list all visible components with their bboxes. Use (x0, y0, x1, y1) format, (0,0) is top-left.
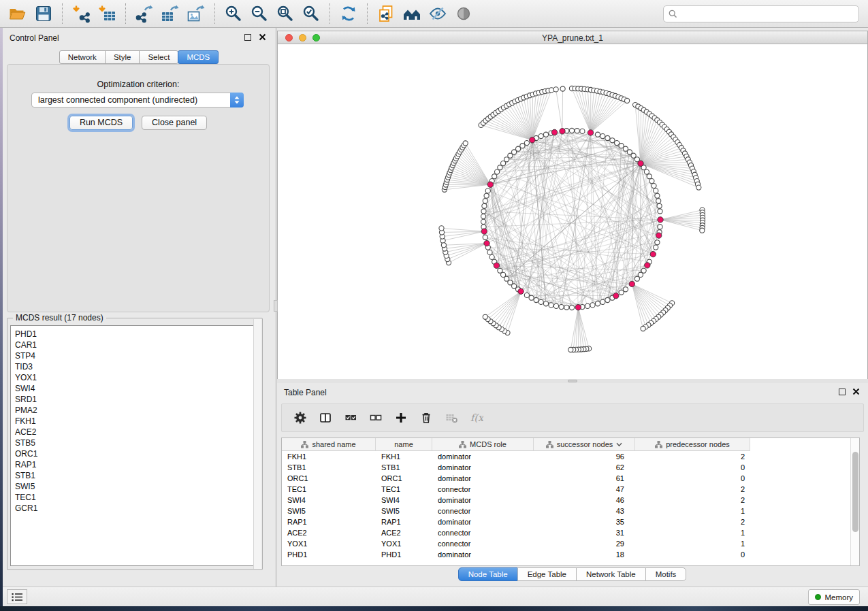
table-cell[interactable]: 2 (635, 516, 750, 527)
close-panel-icon[interactable] (259, 33, 266, 41)
close-table-panel-icon[interactable] (852, 388, 860, 395)
network-node[interactable] (595, 301, 600, 306)
mcds-result-item[interactable]: PHD1 (11, 326, 258, 340)
network-node[interactable] (520, 144, 525, 148)
table-row[interactable]: FKH1FKH1dominator962 (282, 451, 859, 462)
mcds-result-item[interactable]: TEC1 (11, 492, 258, 503)
zoom-fit-button[interactable] (274, 3, 296, 24)
table-cell[interactable]: TEC1 (282, 484, 376, 495)
mcds-hub-node[interactable] (481, 229, 487, 234)
network-node[interactable] (644, 169, 649, 174)
mcds-hub-node[interactable] (530, 137, 535, 143)
network-node[interactable] (482, 203, 487, 208)
open-session-button[interactable] (7, 3, 29, 24)
network-node[interactable] (481, 219, 486, 224)
network-node[interactable] (647, 174, 652, 179)
table-cell[interactable]: 0 (635, 462, 750, 473)
network-canvas[interactable] (278, 44, 867, 379)
hide-selected-button[interactable] (427, 3, 449, 24)
table-cell[interactable]: FKH1 (282, 451, 376, 462)
network-node[interactable] (623, 287, 628, 292)
network-node[interactable] (654, 245, 658, 250)
table-cell[interactable]: PHD1 (282, 549, 376, 560)
table-cell[interactable]: 46 (534, 495, 635, 506)
table-cell[interactable]: dominator (432, 516, 534, 527)
mcds-result-item[interactable]: SWI4 (11, 383, 258, 394)
network-node[interactable] (498, 165, 502, 170)
mcds-result-item[interactable]: GCR1 (11, 503, 258, 514)
table-cell[interactable]: 62 (534, 462, 635, 473)
network-node[interactable] (655, 193, 660, 198)
network-node[interactable] (658, 209, 662, 214)
table-cell[interactable]: ORC1 (376, 473, 432, 484)
mcds-hub-node[interactable] (645, 263, 650, 268)
table-cell[interactable]: STB1 (376, 462, 432, 473)
mcds-hub-node[interactable] (656, 233, 662, 238)
network-node[interactable] (649, 179, 654, 184)
split-panel-columns-button[interactable] (318, 410, 333, 425)
column-header-shared-name[interactable]: shared name (282, 438, 376, 451)
network-node[interactable] (569, 305, 574, 310)
network-node[interactable] (595, 132, 600, 137)
network-node[interactable] (619, 144, 624, 148)
table-cell[interactable]: 0 (635, 549, 750, 560)
table-cell[interactable]: ORC1 (282, 473, 376, 484)
mcds-hub-node[interactable] (484, 240, 489, 246)
table-cell[interactable]: SWI4 (376, 495, 432, 506)
network-node[interactable] (569, 128, 574, 133)
tab-motifs[interactable]: Motifs (645, 567, 687, 581)
tab-node-table[interactable]: Node Table (458, 567, 518, 581)
network-node[interactable] (623, 146, 628, 151)
table-cell[interactable]: dominator (432, 462, 534, 473)
tab-network[interactable]: Network (59, 50, 106, 64)
network-node[interactable] (585, 303, 590, 308)
network-node[interactable] (654, 188, 658, 193)
table-row[interactable]: TEC1TEC1connector472 (282, 484, 859, 495)
network-node[interactable] (600, 299, 605, 304)
mcds-result-item[interactable]: PMA2 (11, 405, 258, 416)
mcds-hub-node[interactable] (487, 182, 493, 187)
sort-chevron-icon[interactable] (616, 442, 622, 447)
column-header-name[interactable]: name (376, 438, 432, 451)
network-node[interactable] (539, 134, 543, 139)
save-session-button[interactable] (33, 3, 54, 24)
table-cell[interactable]: TEC1 (376, 484, 432, 495)
leaf-node[interactable] (696, 185, 701, 190)
network-overview-button[interactable] (401, 3, 423, 24)
table-cell[interactable]: 1 (635, 506, 750, 516)
network-node[interactable] (634, 276, 639, 281)
network-node[interactable] (508, 153, 513, 158)
network-node[interactable] (539, 299, 543, 304)
tab-network-table[interactable]: Network Table (576, 567, 646, 581)
mcds-hub-node[interactable] (638, 161, 643, 166)
mcds-result-item[interactable]: SRD1 (11, 394, 258, 405)
network-node[interactable] (481, 209, 486, 214)
network-node[interactable] (516, 146, 521, 151)
mcds-result-item[interactable]: ORC1 (11, 448, 258, 459)
network-node[interactable] (605, 297, 610, 302)
network-window-titlebar[interactable]: YPA_prune.txt_1 (278, 31, 867, 44)
export-network-button[interactable] (133, 3, 155, 24)
column-header-predecessor-nodes[interactable]: predecessor nodes (635, 438, 750, 451)
tab-mcds[interactable]: MCDS (178, 50, 219, 64)
table-cell[interactable]: SWI5 (282, 506, 376, 516)
leaf-node[interactable] (568, 347, 573, 352)
leaf-node[interactable] (549, 88, 553, 93)
mcds-hub-node[interactable] (650, 251, 656, 257)
mcds-result-item[interactable]: TID3 (11, 361, 258, 372)
mcds-result-item[interactable]: STB5 (11, 437, 258, 448)
tab-select[interactable]: Select (139, 50, 178, 64)
network-node[interactable] (605, 135, 610, 140)
table-settings-gear-button[interactable] (293, 410, 308, 425)
mcds-hub-node[interactable] (560, 129, 565, 134)
delete-columns-button[interactable] (419, 410, 434, 425)
network-node[interactable] (483, 199, 487, 203)
network-node[interactable] (485, 188, 490, 193)
import-table-button[interactable] (96, 3, 118, 24)
table-cell[interactable]: RAP1 (376, 516, 432, 527)
table-cell[interactable]: 2 (635, 495, 750, 506)
table-cell[interactable]: 35 (534, 516, 635, 527)
mcds-result-item[interactable]: CAR1 (11, 340, 258, 350)
run-mcds-button[interactable]: Run MCDS (69, 116, 133, 130)
leaf-node[interactable] (483, 314, 487, 319)
